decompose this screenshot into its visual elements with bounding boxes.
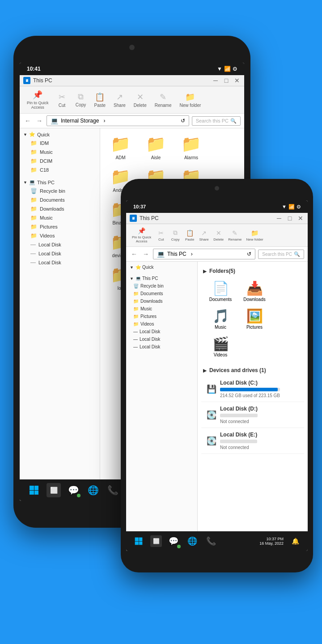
thispc-arrow-front: ▼ — [130, 276, 134, 281]
drive-c-item[interactable]: 💾 Local Disk (C:) 214.52 GB used of 223.… — [201, 376, 304, 402]
drive-d-item[interactable]: 💽 Local Disk (D:) Not connected — [201, 402, 304, 428]
sidebar-front-docs[interactable]: 📁 Documents — [126, 290, 197, 297]
notifications-front[interactable]: 🔔 — [288, 534, 302, 548]
chrome-front[interactable]: 🌐 — [185, 534, 199, 548]
window-controls-back[interactable]: ─ □ ✕ — [212, 77, 241, 84]
rename-button-front[interactable]: ✎ Rename — [226, 228, 243, 243]
drive-e-item[interactable]: 💽 Local Disk (E:) Not connected — [201, 428, 304, 454]
sidebar-item-documents[interactable]: 📁 Documents — [20, 195, 100, 204]
phone-front-btn[interactable]: 📞 — [204, 534, 218, 548]
back-button-front[interactable]: ← — [130, 250, 139, 258]
time-front: 10:37 — [133, 204, 146, 209]
paste-button-front[interactable]: 📋 Paste — [183, 228, 196, 243]
cut-button-front[interactable]: ✂ Cut — [154, 228, 168, 243]
rename-button-back[interactable]: ✎ Rename — [151, 90, 175, 110]
drive-e-status: Not connected — [220, 445, 257, 450]
minimize-button-back[interactable]: ─ — [212, 77, 219, 84]
task-view-front[interactable]: ⬜ — [150, 535, 162, 547]
sidebar-front-disk2[interactable]: — Local Disk — [126, 335, 197, 343]
pin-to-quick-access-button[interactable]: 📌 Pin to QuickAccess — [23, 88, 52, 111]
copy-button-front[interactable]: ⧉ Copy — [169, 228, 182, 243]
pin-button-front[interactable]: 📌 Pin to QuickAccess — [130, 226, 153, 245]
messages-button-back[interactable]: 💬 — [66, 483, 80, 497]
share-button-back[interactable]: ↗ Share — [110, 90, 129, 110]
folders-section-header[interactable]: ▶ Folders(5) — [201, 265, 304, 277]
quick-label-front: Quick — [142, 265, 154, 270]
sidebar-front-videos[interactable]: 📁 Videos — [126, 320, 197, 328]
messages-icon-front: 💬 — [169, 536, 178, 546]
refresh-icon-front[interactable]: ↺ — [247, 251, 251, 257]
sidebar-item-pictures[interactable]: 📁 Pictures — [20, 222, 100, 231]
new-folder-button-front[interactable]: 📁 New folder — [245, 228, 265, 243]
search-icon-back: 🔍 — [230, 118, 237, 124]
folder-downloads-front[interactable]: 📥 Downloads — [239, 279, 270, 304]
new-folder-button-back[interactable]: 📁 New folder — [176, 90, 205, 110]
forward-button-front[interactable]: → — [141, 250, 150, 258]
sidebar-item-local-disk-e[interactable]: — Local Disk — [20, 258, 100, 267]
copy-button-back[interactable]: ⧉ Copy — [72, 90, 90, 109]
close-button-back[interactable]: ✕ — [233, 77, 241, 84]
maximize-button-front[interactable]: □ — [286, 215, 293, 222]
f-disk3-label: Local Disk — [140, 344, 160, 349]
search-box-back[interactable]: Search this PC 🔍 — [192, 116, 241, 126]
maximize-button-back[interactable]: □ — [223, 77, 230, 84]
paste-label-front: Paste — [185, 237, 194, 242]
folder-aisle[interactable]: 📁 Aisle — [139, 132, 173, 163]
sidebar-item-idm[interactable]: 📁 IDM — [20, 139, 100, 148]
folder-pictures-front[interactable]: 🖼️ Pictures — [239, 306, 270, 331]
sidebar-quick-header[interactable]: ▼ ⭐ Quick — [20, 130, 100, 139]
sidebar-front-pictures[interactable]: 📁 Pictures — [126, 313, 197, 320]
forward-button-back[interactable]: → — [35, 116, 44, 125]
recycle-label: Recycle bin — [40, 188, 65, 194]
address-input-back[interactable]: 💻 Internal Storage › ↺ — [47, 115, 189, 126]
sidebar-item-c18[interactable]: 📁 C18 — [20, 165, 100, 174]
sidebar-item-local-disk-c[interactable]: — Local Disk — [20, 240, 100, 249]
sidebar-item-dcim[interactable]: 📁 DCIM — [20, 157, 100, 165]
drive-e-icon: — — [30, 259, 36, 266]
f-disk3-icon: — — [133, 344, 138, 349]
sidebar-front-music[interactable]: 📁 Music — [126, 305, 197, 313]
sidebar-item-recycle[interactable]: 🗑️ Recycle bin — [20, 186, 100, 195]
sidebar-front-disk1[interactable]: — Local Disk — [126, 328, 197, 335]
windows-button-front[interactable] — [131, 534, 146, 548]
refresh-icon-back[interactable]: ↺ — [181, 118, 185, 124]
sidebar-item-music[interactable]: 📁 Music — [20, 148, 100, 157]
sidebar-item-music2[interactable]: 📁 Music — [20, 213, 100, 222]
folder-alarms[interactable]: 📁 Alarms — [174, 132, 208, 163]
sidebar-item-videos[interactable]: 📁 Videos — [20, 231, 100, 240]
taskbar-date-value: 16 May, 2022 — [259, 541, 284, 546]
task-view-button-back[interactable]: ⬜ — [47, 483, 61, 497]
folder-adm[interactable]: 📁 ADM — [104, 132, 137, 163]
address-input-front[interactable]: 💻 This PC › ↺ — [153, 249, 255, 259]
drive-d-info-block: Local Disk (D:) Not connected — [220, 406, 258, 424]
delete-button-back[interactable]: ✕ Delete — [130, 90, 150, 110]
svg-rect-0 — [30, 486, 34, 490]
folder-music-front[interactable]: 🎵 Music — [205, 306, 236, 331]
drives-section-header[interactable]: ▶ Devices and drives (1) — [201, 364, 304, 376]
windows-button-back[interactable] — [27, 483, 41, 497]
folder-documents-front[interactable]: 📄 Documents — [205, 279, 236, 304]
sidebar-front-disk3[interactable]: — Local Disk — [126, 343, 197, 351]
sidebar-front-recycle[interactable]: 🗑️ Recycle bin — [126, 282, 197, 290]
sidebar-item-downloads[interactable]: 📁 Downloads — [20, 204, 100, 213]
sidebar-front-downloads[interactable]: 📁 Downloads — [126, 297, 197, 305]
sidebar-item-local-disk-d[interactable]: — Local Disk — [20, 249, 100, 258]
messages-front[interactable]: 💬 — [166, 534, 181, 548]
sidebar-front-quick-header[interactable]: ▼ ⭐ Quick — [126, 263, 197, 271]
chrome-button-back[interactable]: 🌐 — [86, 483, 100, 497]
status-icons-back: ▼ 📶 ⊙ — [217, 66, 237, 72]
phone-button-back[interactable]: 📞 — [106, 483, 120, 497]
window-controls-front[interactable]: ─ □ ✕ — [275, 215, 304, 222]
back-button-back[interactable]: ← — [23, 116, 32, 125]
minimize-button-front[interactable]: ─ — [275, 215, 283, 222]
cut-button[interactable]: ✂ Cut — [53, 90, 71, 110]
delete-button-front[interactable]: ✕ Delete — [212, 228, 225, 243]
close-button-front[interactable]: ✕ — [297, 215, 304, 222]
search-box-front[interactable]: Search this PC 🔍 — [258, 250, 304, 259]
drive-e-row: 💽 Local Disk (E:) Not connected — [207, 432, 299, 450]
sidebar-front-thispc-header[interactable]: ▼ 💻 This PC — [126, 275, 197, 282]
sidebar-thispc-header[interactable]: ▼ 💻 This PC — [20, 178, 100, 186]
paste-button-back[interactable]: 📋 Paste — [91, 90, 110, 110]
folder-videos-front[interactable]: 🎬 Videos — [205, 334, 236, 359]
share-button-front[interactable]: ↗ Share — [197, 228, 211, 243]
